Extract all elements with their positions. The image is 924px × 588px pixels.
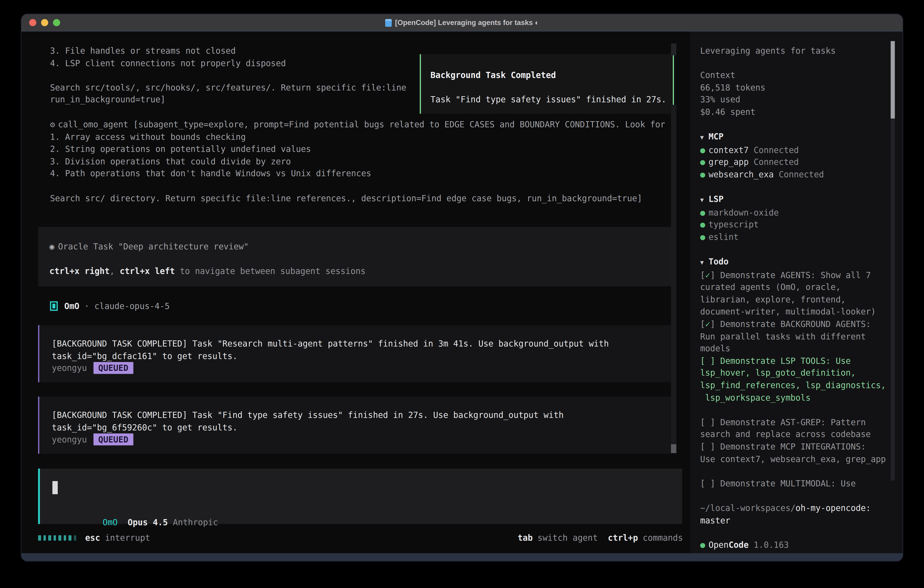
todo-item: [✓] Demonstrate AGENTS: Show all 7	[700, 269, 903, 281]
agent-name: OmO	[64, 300, 79, 312]
shortcut-key: ctrl+x right	[50, 266, 110, 276]
input-agent-name: OmO	[102, 517, 117, 527]
message-line: [BACKGROUND TASK COMPLETED] Task "Find t…	[52, 409, 672, 421]
main-scrollbar-track[interactable]	[671, 105, 676, 444]
text-cursor	[52, 481, 58, 494]
lsp-server-item: ●markdown-oxide	[700, 206, 903, 219]
oracle-task-title-line: ◉Oracle Task "Deep architecture review"	[50, 241, 672, 253]
mcp-server-item: ●websearch_exa Connected	[700, 168, 903, 181]
screen: [OpenCode] Leveraging agents for tasks ◐…	[0, 0, 924, 588]
scrollback-line: run_in_background=true]	[50, 94, 406, 106]
lsp-section-header[interactable]: ▼LSP	[700, 193, 903, 206]
oracle-task-card[interactable]: ◉Oracle Task "Deep architecture review" …	[38, 227, 672, 286]
terminal-window: [OpenCode] Leveraging agents for tasks ◐…	[21, 14, 903, 561]
agent-model: · claude-opus-4-5	[79, 300, 170, 312]
todo-item: [ ] Demonstrate LSP TOOLS: Use	[700, 355, 903, 367]
window-bottom-edge	[21, 553, 903, 561]
status-badge: QUEUED	[94, 362, 133, 374]
todo-item-continuation: lsp_hover, lsp_goto_definition,	[700, 367, 903, 379]
todo-item-continuation: Use context7, websearch_exa, grep_app	[700, 453, 903, 465]
scrollback-line: 4. LSP client connections not properly d…	[50, 57, 406, 69]
todo-item-continuation: search and replace across codebase	[700, 428, 903, 441]
window-title: [OpenCode] Leveraging agents for tasks ◐	[395, 18, 539, 27]
todo-item: [ ] Demonstrate MULTIMODAL: Use	[700, 477, 903, 490]
workspace-branch: master	[700, 514, 903, 526]
esc-key-hint: esc	[85, 532, 100, 544]
tool-call-line: 1. Array access without bounds checking	[50, 131, 665, 143]
titlebar: [OpenCode] Leveraging agents for tasks ◐	[21, 14, 903, 31]
window-title-area: [OpenCode] Leveraging agents for tasks ◐	[21, 14, 903, 31]
lsp-server-item: ●typescript	[700, 219, 903, 231]
message-line: task_id="bg_6f59260c" to get results.	[52, 421, 672, 434]
chevron-down-icon: ▼	[700, 132, 708, 144]
agent-session-header: OmO · claude-opus-4-5	[50, 300, 170, 312]
shortcut-key: ctrl+x left	[120, 266, 175, 276]
ctrlp-key-hint: ctrl+p	[608, 532, 638, 544]
mcp-server-item: ●context7 Connected	[700, 144, 903, 156]
zoom-window-button[interactable]	[53, 19, 60, 26]
message-author: yeongyu	[52, 363, 87, 373]
chevron-down-icon: ▼	[700, 194, 708, 206]
close-window-button[interactable]	[29, 19, 36, 26]
status-badge: QUEUED	[94, 434, 133, 446]
main-scrollbar-segment	[671, 43, 676, 55]
scrollback-text: 3. File handles or streams not closed 4.…	[50, 45, 406, 106]
traffic-lights	[29, 19, 60, 26]
tool-call-line: 2. String operations on potentially unde…	[50, 143, 665, 155]
todo-item-continuation: curated agents (OmO, oracle,	[700, 281, 903, 294]
tool-call-line: 4. Path operations that don't handle Win…	[50, 168, 665, 180]
todo-section-header[interactable]: ▼Todo	[700, 256, 903, 269]
message-meta: yeongyuQUEUED	[52, 434, 672, 446]
terminal-content: 3. File handles or streams not closed 4.…	[21, 31, 903, 553]
context-used: 33% used	[700, 94, 903, 106]
context-header: Context	[700, 69, 903, 81]
background-task-message: [BACKGROUND TASK COMPLETED] Task "Find t…	[38, 396, 672, 454]
notification-body: Task "Find type safety issues" finished …	[431, 94, 673, 106]
prompt-input[interactable]: OmO Opus 4.5 Anthropic	[38, 469, 682, 524]
green-dot-icon: ●	[700, 538, 708, 551]
record-icon: ◉	[50, 242, 54, 251]
notification-title: Background Task Completed	[431, 69, 673, 81]
background-task-message: [BACKGROUND TASK COMPLETED] Task "Resear…	[38, 325, 672, 382]
oracle-hint-line: ctrl+x right, ctrl+x left to navigate be…	[50, 265, 672, 277]
todo-item-continuation: lsp_workspace_symbols	[700, 391, 903, 404]
input-provider: Anthropic	[173, 517, 218, 527]
tool-call-line: 3. Division operations that could divide…	[50, 155, 665, 168]
context-tokens: 66,518 tokens	[700, 81, 903, 94]
mcp-section-header[interactable]: ▼MCP	[700, 130, 903, 144]
message-line: task_id="bg_dcfac161" to get results.	[52, 350, 672, 362]
lsp-server-item: ●eslint	[700, 231, 903, 243]
todo-item: [ ] Demonstrate MCP INTEGRATIONS:	[700, 441, 903, 453]
todo-item-continuation: lsp_find_references, lsp_diagnostics,	[700, 379, 903, 391]
main-scrollbar-thumb[interactable]	[671, 444, 676, 453]
status-bar: esc interrupt tab switch agent ctrl+p co…	[38, 532, 683, 544]
tool-call-block: ⚙call_omo_agent [subagent_type=explore, …	[50, 119, 665, 204]
todo-item-continuation: document-writer, multimodal-looker)	[700, 306, 903, 318]
scrollback-line: 3. File handles or streams not closed	[50, 45, 406, 57]
message-meta: yeongyuQUEUED	[52, 362, 672, 375]
chevron-down-icon: ▼	[700, 257, 708, 269]
message-line: [BACKGROUND TASK COMPLETED] Task "Resear…	[52, 338, 672, 350]
todo-item: [✓] Demonstrate BACKGROUND AGENTS:	[700, 318, 903, 330]
context-spent: $0.46 spent	[700, 106, 903, 118]
input-model: Opus 4.5	[128, 517, 168, 527]
message-author: yeongyu	[52, 435, 87, 444]
document-icon	[385, 19, 391, 26]
sidebar-scrollbar-thumb[interactable]	[891, 41, 895, 119]
gear-icon: ⚙	[50, 120, 55, 129]
mcp-server-item: ●grep_app Connected	[700, 156, 903, 168]
sidebar-title: Leveraging agents for tasks	[700, 45, 903, 57]
minimize-window-button[interactable]	[41, 19, 48, 26]
background-task-notification: Background Task Completed Task "Find typ…	[420, 54, 674, 114]
workspace-path: ~/local-workspaces/oh-my-opencode:	[700, 502, 903, 514]
session-sidebar: Leveraging agents for tasks Context 66,5…	[690, 31, 903, 553]
todo-item-continuation: Run parallel tasks with different	[700, 330, 903, 342]
todo-item-continuation: models	[700, 342, 903, 355]
tool-call-header: ⚙call_omo_agent [subagent_type=explore, …	[50, 119, 665, 131]
tool-call-footer: Search src/ directory. Return specific f…	[50, 192, 665, 205]
app-version-line: ●OpenCode 1.0.163	[700, 538, 903, 551]
scrollback-line: Search src/tools/, src/hooks/, src/featu…	[50, 81, 406, 94]
tab-key-hint: tab	[518, 532, 533, 544]
todo-item-continuation: librarian, explore, frontend,	[700, 294, 903, 306]
todo-item: [ ] Demonstrate AST-GREP: Pattern	[700, 416, 903, 428]
